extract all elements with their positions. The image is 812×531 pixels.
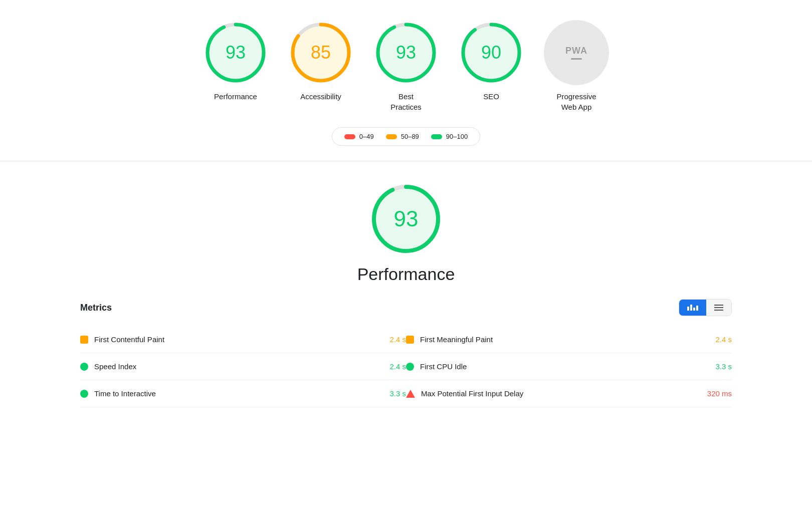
score-item-best-practices[interactable]: 93 BestPractices xyxy=(373,20,439,112)
metric-name-tti: Time to Interactive xyxy=(94,389,383,398)
pwa-text: PWA xyxy=(565,46,587,56)
score-circle-accessibility: 85 xyxy=(288,20,353,85)
metrics-grid: First Contentful Paint 2.4 s First Meani… xyxy=(80,326,732,407)
score-label-pwa: ProgressiveWeb App xyxy=(556,91,596,112)
score-item-accessibility[interactable]: 85 Accessibility xyxy=(288,20,353,102)
metric-row-si: Speed Index 2.4 s xyxy=(80,353,406,380)
metric-value-fcp: 2.4 s xyxy=(389,335,406,344)
metric-row-fmp: First Meaningful Paint 2.4 s xyxy=(406,326,732,353)
legend-dot-orange xyxy=(386,134,397,139)
score-item-seo[interactable]: 90 SEO xyxy=(459,20,524,102)
perf-main-value: 93 xyxy=(394,206,419,231)
score-label-best-practices: BestPractices xyxy=(390,91,422,112)
metric-value-fmp: 2.4 s xyxy=(715,335,732,344)
metric-name-fci: First CPU Idle xyxy=(420,362,709,371)
score-item-pwa[interactable]: PWA ProgressiveWeb App xyxy=(544,20,609,112)
legend: 0–49 50–89 90–100 xyxy=(332,127,480,146)
metric-icon-fci xyxy=(406,363,414,371)
metric-value-fci: 3.3 s xyxy=(715,362,732,371)
legend-average: 50–89 xyxy=(386,133,419,140)
legend-average-label: 50–89 xyxy=(401,133,419,140)
legend-pass-label: 90–100 xyxy=(446,133,468,140)
legend-fail-label: 0–49 xyxy=(359,133,374,140)
metric-row-fci: First CPU Idle 3.3 s xyxy=(406,353,732,380)
perf-main-circle: 93 xyxy=(368,181,444,256)
metric-row-fcp: First Contentful Paint 2.4 s xyxy=(80,326,406,353)
pwa-circle: PWA xyxy=(544,20,609,85)
legend-dot-red xyxy=(344,134,355,139)
metric-icon-si xyxy=(80,363,88,371)
scores-row: 93 Performance 85 Accessibility xyxy=(203,20,609,112)
legend-fail: 0–49 xyxy=(344,133,374,140)
scores-section: 93 Performance 85 Accessibility xyxy=(0,0,812,161)
view-toggle xyxy=(679,299,732,316)
metrics-title: Metrics xyxy=(80,303,112,313)
list-view-button[interactable] xyxy=(706,300,731,316)
score-label-accessibility: Accessibility xyxy=(300,91,341,102)
score-circle-best-practices: 93 xyxy=(373,20,439,85)
performance-section: 93 Performance Metrics xyxy=(0,161,812,417)
metric-value-mpfid: 320 ms xyxy=(707,389,732,398)
list-view-icon xyxy=(714,305,723,311)
bar-view-icon xyxy=(687,305,698,311)
metric-row-tti: Time to Interactive 3.3 s xyxy=(80,380,406,407)
pwa-dash-icon xyxy=(571,58,582,60)
metric-name-fmp: First Meaningful Paint xyxy=(420,335,709,344)
score-item-performance[interactable]: 93 Performance xyxy=(203,20,268,102)
legend-pass: 90–100 xyxy=(431,133,468,140)
score-label-performance: Performance xyxy=(214,91,257,102)
score-label-seo: SEO xyxy=(483,91,499,102)
score-value-performance: 93 xyxy=(226,42,246,63)
metric-name-si: Speed Index xyxy=(94,362,383,371)
metric-icon-tti xyxy=(80,390,88,398)
metric-value-tti: 3.3 s xyxy=(389,389,406,398)
score-circle-performance: 93 xyxy=(203,20,268,85)
metric-value-si: 2.4 s xyxy=(389,362,406,371)
metric-row-mpfid: Max Potential First Input Delay 320 ms xyxy=(406,380,732,407)
metric-icon-fcp xyxy=(80,336,88,344)
score-circle-seo: 90 xyxy=(459,20,524,85)
bar-view-button[interactable] xyxy=(679,300,706,316)
metric-name-mpfid: Max Potential First Input Delay xyxy=(421,389,701,398)
perf-main-title: Performance xyxy=(357,264,455,284)
score-value-best-practices: 93 xyxy=(396,42,416,63)
score-value-accessibility: 85 xyxy=(311,42,331,63)
legend-dot-green xyxy=(431,134,442,139)
metric-icon-fmp xyxy=(406,336,414,344)
metric-icon-mpfid xyxy=(406,390,415,398)
score-value-seo: 90 xyxy=(481,42,501,63)
metrics-header: Metrics xyxy=(80,299,732,316)
metrics-section: Metrics xyxy=(80,299,732,407)
metric-name-fcp: First Contentful Paint xyxy=(94,335,383,344)
